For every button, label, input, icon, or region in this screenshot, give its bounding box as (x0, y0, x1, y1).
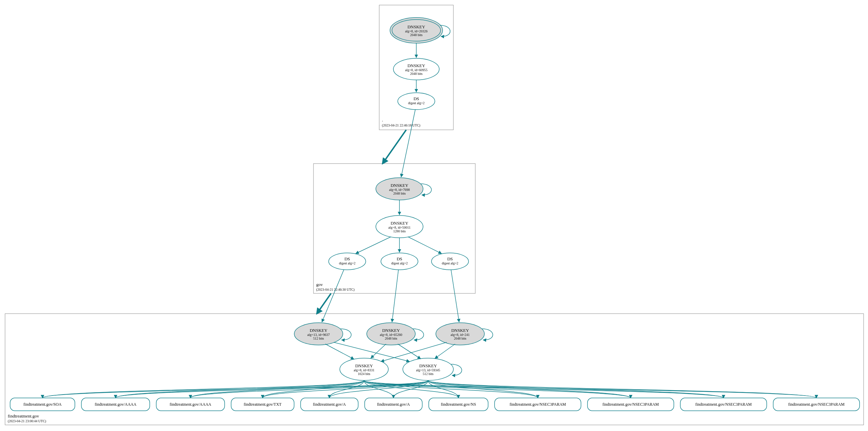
edge-z2-rr (428, 380, 723, 398)
rrset-label: findtreatment.gov/AAAA (170, 402, 211, 407)
svg-text:digest alg=2: digest alg=2 (408, 101, 424, 105)
edge-k3-z2 (435, 344, 455, 358)
node-gov-ds2: DS digest alg=2 (381, 253, 418, 270)
rrset-label: findtreatment.gov/NSEC3PARAM (695, 402, 752, 407)
zone-root-name: . (382, 117, 383, 122)
edge-k2-z1 (371, 344, 386, 358)
svg-text:DNSKEY: DNSKEY (391, 221, 409, 226)
edge-gov-to-domain-zone (317, 293, 331, 314)
node-dom-k1: DNSKEY alg=13, id=9637 512 bits (294, 323, 343, 345)
svg-text:DNSKEY: DNSKEY (408, 63, 425, 68)
node-gov-ksk: DNSKEY alg=8, id=7698 2048 bits (376, 178, 423, 200)
node-dom-z2: DNSKEY alg=13, id=59345 512 bits (403, 358, 453, 380)
node-gov-ds3: DS digest alg=2 (431, 253, 469, 270)
edge-z2-rr (263, 380, 428, 398)
node-root-zsk: DNSKEY alg=8, id=60955 2048 bits (393, 58, 439, 80)
rrset-label: findtreatment.gov/TXT (244, 402, 282, 407)
rr-edges-group (42, 380, 816, 398)
rrset-label: findtreatment.gov/A (377, 402, 410, 407)
rrset-label: findtreatment.gov/NSEC3PARAM (788, 402, 845, 407)
svg-text:512 bits: 512 bits (313, 337, 324, 340)
rrsets-group: findtreatment.gov/SOAfindtreatment.gov/A… (10, 398, 860, 411)
node-dom-k2: DNSKEY alg=8, id=65260 2048 bits (367, 323, 415, 345)
svg-text:alg=13, id=9637: alg=13, id=9637 (307, 333, 330, 337)
node-gov-ds1: DS digest alg=2 (329, 253, 366, 270)
rrset-label: findtreatment.gov/NS (441, 402, 476, 407)
rrset-label: findtreatment.gov/A (313, 402, 346, 407)
edge-govzsk-ds3 (408, 237, 442, 254)
svg-text:alg=8, id=241: alg=8, id=241 (451, 333, 470, 337)
dnssec-graph: . (2023-04-21 22:46:18 UTC) DNSKEY alg=8… (0, 0, 868, 431)
edge-k2-z2 (398, 344, 421, 359)
edge-z2-rr (428, 380, 538, 398)
node-dom-k3: DNSKEY alg=8, id=241 2048 bits (436, 323, 484, 345)
svg-text:1280 bits: 1280 bits (393, 229, 406, 233)
svg-text:digest alg=2: digest alg=2 (391, 261, 408, 265)
edge-ds1-k1 (322, 270, 344, 322)
edge-ds3-k3 (451, 270, 459, 322)
svg-text:DNSKEY: DNSKEY (419, 363, 437, 368)
svg-text:DS: DS (414, 96, 419, 101)
svg-text:alg=8, id=65260: alg=8, id=65260 (380, 333, 402, 337)
zone-root-ts: (2023-04-21 22:46:18 UTC) (382, 123, 420, 127)
svg-text:DS: DS (397, 256, 402, 261)
svg-text:DS: DS (447, 256, 453, 261)
svg-text:DNSKEY: DNSKEY (310, 328, 328, 333)
svg-text:digest alg=2: digest alg=2 (339, 261, 355, 265)
svg-text:DNSKEY: DNSKEY (382, 328, 400, 333)
node-root-ds: DS digest alg=2 (398, 93, 435, 110)
svg-text:2048 bits: 2048 bits (410, 33, 423, 37)
node-gov-zsk: DNSKEY alg=8, id=50011 1280 bits (376, 216, 423, 238)
zone-domain-ts: (2023-04-21 23:00:44 UTC) (8, 419, 46, 423)
svg-text:DNSKEY: DNSKEY (355, 363, 373, 368)
svg-text:2048 bits: 2048 bits (393, 192, 406, 195)
rrset-label: findtreatment.gov/NSEC3PARAM (602, 402, 659, 407)
rrset-label: findtreatment.gov/AAAA (95, 402, 137, 407)
svg-text:alg=8, id=7698: alg=8, id=7698 (389, 188, 410, 192)
edge-root-to-gov-zone (383, 130, 406, 164)
rrset-label: findtreatment.gov/SOA (24, 402, 62, 407)
zone-gov-name: gov (316, 282, 323, 287)
svg-text:512 bits: 512 bits (423, 372, 433, 376)
svg-text:DS: DS (345, 256, 350, 261)
edge-z1-rr (190, 380, 364, 398)
rrset-label: findtreatment.gov/NSEC3PARAM (510, 402, 566, 407)
svg-text:2048 bits: 2048 bits (454, 337, 467, 340)
edge-z1-rr (364, 380, 538, 398)
svg-text:digest alg=2: digest alg=2 (442, 261, 458, 265)
svg-text:DNSKEY: DNSKEY (391, 183, 409, 188)
svg-text:2048 bits: 2048 bits (410, 72, 423, 76)
svg-text:alg=13, id=59345: alg=13, id=59345 (416, 368, 440, 372)
svg-text:DNSKEY: DNSKEY (408, 24, 425, 29)
edge-z1-rr (116, 380, 364, 398)
svg-text:DNSKEY: DNSKEY (451, 328, 469, 333)
edge-govzsk-ds1 (356, 237, 391, 254)
edge-rootds-govksk (401, 110, 415, 177)
svg-text:alg=8, id=60955: alg=8, id=60955 (405, 68, 427, 72)
node-root-ksk: DNSKEY alg=8, id=20326 2048 bits (390, 18, 443, 43)
zone-domain-name: findtreatment.gov (8, 413, 39, 419)
edge-ds2-k2 (392, 270, 398, 322)
svg-text:2048 bits: 2048 bits (385, 337, 397, 340)
svg-text:alg=8, id=50011: alg=8, id=50011 (388, 226, 411, 229)
svg-text:alg=8, id=8331: alg=8, id=8331 (354, 368, 374, 372)
svg-text:alg=8, id=20326: alg=8, id=20326 (405, 29, 427, 33)
svg-text:1024 bits: 1024 bits (358, 372, 370, 376)
